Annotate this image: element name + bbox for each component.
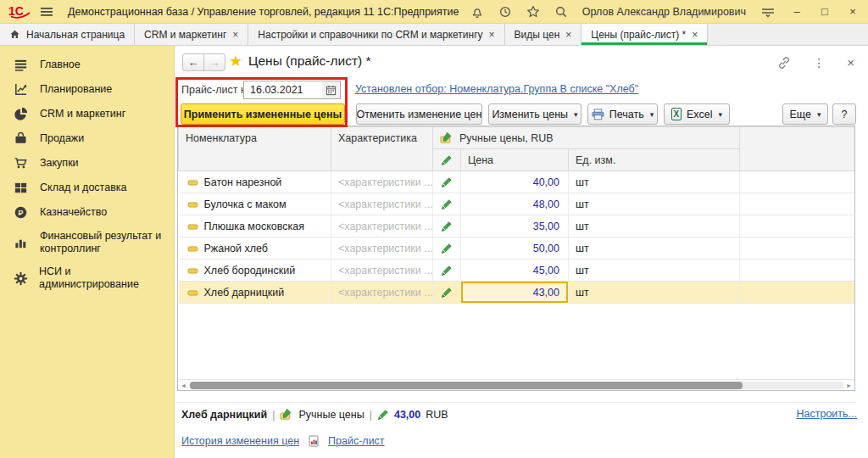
planning-chart-icon: [13, 82, 29, 97]
column-header-unit[interactable]: Ед. изм.: [569, 149, 740, 171]
window-title: Демонстрационная база / Управление торго…: [68, 6, 459, 18]
minimize-button[interactable]: –: [790, 5, 804, 18]
table-row[interactable]: Плюшка московская <характеристики ... 35…: [179, 215, 855, 237]
price-cell[interactable]: 45,00: [461, 260, 569, 282]
tab-close-icon[interactable]: ×: [692, 29, 698, 41]
tab-label: CRM и маркетинг: [144, 29, 226, 41]
column-header-edit[interactable]: [433, 149, 461, 171]
grid-icon: [13, 181, 29, 195]
history-icon[interactable]: [498, 5, 512, 19]
sidebar: Главное Планирование CRM и маркетинг Про…: [0, 46, 174, 458]
favorites-star-icon[interactable]: [526, 5, 540, 19]
price-cell[interactable]: 50,00: [461, 237, 569, 260]
price-cell[interactable]: 40,00: [461, 171, 569, 193]
chevron-down-icon: ▾: [574, 110, 578, 119]
favorite-star-icon[interactable]: ★: [229, 52, 242, 70]
bottom-links: История изменения цен Прайс-лист: [181, 435, 385, 447]
pencil-icon: [441, 243, 453, 254]
scroll-right-icon[interactable]: ►: [844, 381, 854, 390]
pricelist-date-input[interactable]: 16.03.2021: [243, 81, 323, 99]
sidebar-item-finance[interactable]: Финансовый результат и контроллинг: [0, 225, 174, 260]
scrollbar-thumb[interactable]: [190, 382, 743, 389]
change-prices-button[interactable]: Изменить цены ▾: [488, 103, 581, 125]
pencil-icon: [441, 265, 453, 276]
main-panel: ← → ★ Цены (прайс-лист) * ⋮ × Прайс-лист…: [174, 46, 868, 458]
price-type-label: Ручные цены: [298, 409, 364, 421]
cart-icon: [13, 156, 29, 170]
item-icon: [187, 222, 198, 232]
horizontal-scrollbar[interactable]: ◄ ►: [178, 379, 854, 390]
tab-label: Начальная страница: [26, 29, 125, 41]
bar-chart-icon: [13, 236, 29, 250]
current-user[interactable]: Орлов Александр Владимирович: [582, 6, 746, 18]
configure-link[interactable]: Настроить...: [797, 408, 858, 420]
table-row[interactable]: Хлеб бородинский <характеристики ... 45,…: [179, 260, 855, 282]
table-row[interactable]: Батон нарезной <характеристики ... 40,00…: [179, 171, 855, 193]
item-icon: [187, 244, 198, 254]
calendar-picker-button[interactable]: [322, 81, 341, 99]
tab-label: Настройки и справочники по CRM и маркети…: [258, 29, 482, 41]
tab-crm[interactable]: CRM и маркетинг ×: [135, 24, 248, 45]
pencil-icon: [441, 221, 453, 232]
tab-bar: Начальная страница CRM и маркетинг × Нас…: [0, 24, 868, 46]
sidebar-item-treasury[interactable]: Казначейство: [0, 200, 174, 225]
column-header-characteristic[interactable]: Характеристика: [331, 127, 433, 171]
nav-buttons: ← →: [182, 53, 225, 71]
sidebar-item-admin[interactable]: НСИ и администрирование: [0, 260, 174, 296]
tab-prices-active[interactable]: Цены (прайс-лист) * ×: [581, 24, 708, 45]
item-icon: [187, 178, 198, 187]
tab-close-icon[interactable]: ×: [565, 29, 571, 41]
table-row[interactable]: Булочка с маком <характеристики ... 48,0…: [179, 193, 855, 215]
column-header-nomenclature[interactable]: Номенклатура: [179, 127, 331, 171]
excel-icon: X: [671, 108, 682, 120]
sidebar-item-crm[interactable]: CRM и маркетинг: [0, 102, 174, 126]
panels-toggle-icon[interactable]: [760, 6, 776, 18]
sidebar-item-warehouse[interactable]: Склад и доставка: [0, 176, 174, 200]
sidebar-item-main[interactable]: Главное: [0, 53, 174, 77]
filter-link[interactable]: Установлен отбор: Номенклатура.Группа В …: [355, 83, 638, 95]
tab-close-icon[interactable]: ×: [232, 29, 238, 41]
pricelist-report-link[interactable]: Прайс-лист: [328, 435, 385, 447]
back-button[interactable]: ←: [182, 53, 204, 71]
close-form-icon[interactable]: ×: [847, 55, 854, 70]
pencil-icon: [441, 176, 453, 188]
column-header-price[interactable]: Цена: [461, 149, 569, 171]
price-cell[interactable]: 35,00: [461, 215, 569, 237]
tab-label: Виды цен: [515, 29, 560, 41]
sidebar-item-purchases[interactable]: Закупки: [0, 151, 174, 176]
get-link-icon[interactable]: [777, 56, 791, 70]
price-history-link[interactable]: История изменения цен: [181, 435, 299, 447]
close-window-button[interactable]: ×: [846, 5, 860, 18]
table-row-selected[interactable]: Хлеб дарницкий <характеристики ... 43,00…: [179, 282, 855, 304]
sidebar-item-sales[interactable]: Продажи: [0, 126, 174, 151]
apply-changed-prices-button[interactable]: Применить измененные цены: [181, 103, 345, 125]
tab-home[interactable]: Начальная страница: [0, 24, 135, 45]
search-icon[interactable]: [554, 5, 568, 19]
column-header-manual-prices[interactable]: Ручные цены, RUB: [433, 127, 740, 149]
more-menu-icon[interactable]: ⋮: [813, 56, 825, 70]
cancel-price-change-button[interactable]: Отменить изменение цен: [356, 103, 482, 125]
more-button[interactable]: Еще ▾: [782, 103, 828, 125]
notifications-bell-icon[interactable]: [470, 5, 484, 19]
scroll-left-icon[interactable]: ◄: [179, 381, 188, 390]
help-button[interactable]: ?: [832, 103, 856, 125]
maximize-button[interactable]: □: [818, 5, 832, 18]
main-menu-icon[interactable]: [40, 6, 53, 18]
price-cell[interactable]: 48,00: [461, 193, 569, 215]
sidebar-item-planning[interactable]: Планирование: [0, 77, 174, 102]
pencil-icon: [377, 409, 389, 421]
pie-chart-icon: [13, 107, 29, 121]
tab-crm-settings[interactable]: Настройки и справочники по CRM и маркети…: [248, 24, 504, 45]
tab-close-icon[interactable]: ×: [489, 29, 495, 41]
forward-button[interactable]: →: [203, 53, 225, 71]
column-header-empty: [740, 127, 855, 171]
excel-button[interactable]: X Excel ▾: [664, 103, 730, 125]
tab-price-kinds[interactable]: Виды цен ×: [505, 24, 582, 45]
gear-icon: [13, 271, 28, 286]
chevron-down-icon: ▾: [817, 110, 821, 119]
table-row[interactable]: Ржаной хлеб <характеристики ... 50,00 шт: [179, 237, 855, 260]
price-cell-selected[interactable]: 43,00: [461, 282, 569, 304]
print-button[interactable]: Печать ▾: [587, 103, 658, 125]
1c-logo-icon: [8, 4, 32, 19]
status-bar: Хлеб дарницкий | Ручные цены | 43,00 RUB: [181, 408, 448, 421]
